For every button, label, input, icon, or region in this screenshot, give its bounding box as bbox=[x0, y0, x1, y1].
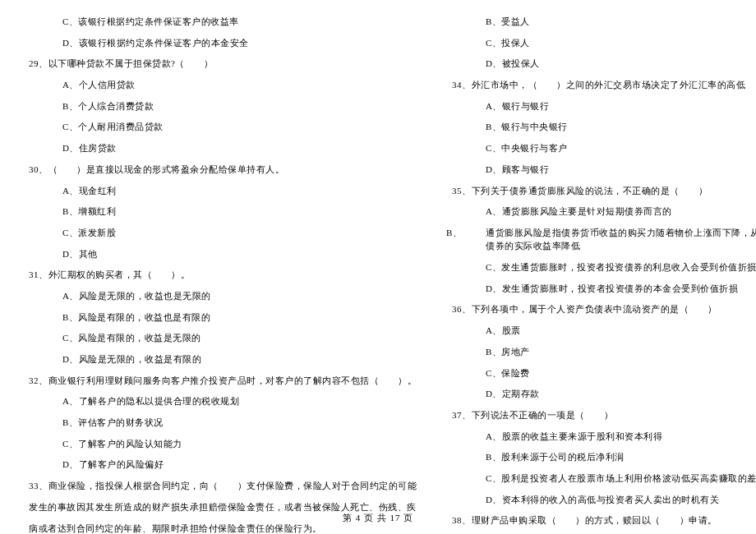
option-text: A、现金红利 bbox=[23, 184, 417, 198]
option-text: C、投保人 bbox=[446, 36, 756, 50]
option-text: D、其他 bbox=[23, 247, 417, 261]
option-text: C、该银行根据约定条件保证客户的收益率 bbox=[23, 15, 417, 29]
option-text: B、评估客户的财务状况 bbox=[23, 416, 417, 430]
option-text: C、派发新股 bbox=[23, 226, 417, 240]
option-text: B、个人综合消费贷款 bbox=[23, 99, 417, 113]
option-head: B、 bbox=[446, 226, 486, 240]
option-text: D、被投保人 bbox=[446, 57, 756, 71]
question-stem: 29、以下哪种贷款不属于担保贷款?（ ） bbox=[23, 57, 417, 71]
option-text: B、股利来源于公司的税后净利润 bbox=[446, 450, 756, 464]
option-text: C、个人耐用消费品贷款 bbox=[23, 120, 417, 134]
option-body: 通货膨胀风险是指债券货币收益的购买力随着物价上涨而下降，从而使债券的实际收益率降… bbox=[486, 228, 756, 251]
option-text: D、资本利得的收入的高低与投资者买人卖出的时机有关 bbox=[446, 493, 756, 507]
page-body: C、该银行根据约定条件保证客户的收益率 D、该银行根据约定条件保证客户的本金安全… bbox=[23, 15, 733, 499]
option-text: A、了解各户的隐私以提供合理的税收规划 bbox=[23, 394, 417, 408]
option-text: B、风险是有限的，收益也是有限的 bbox=[23, 311, 417, 325]
option-text: C、股利是投资者人在股票市场上利用价格波动低买高卖赚取的差价收入 bbox=[446, 472, 756, 486]
question-stem: 37、下列说法不正确的一项是（ ） bbox=[446, 408, 756, 422]
option-text: D、风险是无限的，收益是有限的 bbox=[23, 352, 417, 366]
option-text: C、发生通货膨胀时，投资者投资债券的利息收入会受到价值折损 bbox=[446, 260, 756, 274]
option-text: D、该银行根据约定条件保证客户的本金安全 bbox=[23, 36, 417, 50]
question-stem: 33、商业保险，指投保人根据合同约定，向（ ）支付保险费，保险人对于合同约定的可… bbox=[23, 479, 417, 493]
option-text: D、顾客与银行 bbox=[446, 163, 756, 177]
option-text: C、保险费 bbox=[446, 366, 756, 380]
question-stem: 34、外汇市场中，（ ）之间的外汇交易市场决定了外汇汇率的高低 bbox=[446, 78, 756, 92]
option-text: A、银行与银行 bbox=[446, 99, 756, 113]
left-column: C、该银行根据约定条件保证客户的收益率 D、该银行根据约定条件保证客户的本金安全… bbox=[23, 15, 417, 499]
option-text: A、通货膨胀风险主要是针对短期债券而言的 bbox=[446, 205, 756, 219]
option-text: B、通货膨胀风险是指债券货币收益的购买力随着物价上涨而下降，从而使债券的实际收益… bbox=[446, 226, 756, 253]
option-text: C、中央银行与客户 bbox=[446, 141, 756, 155]
option-text: B、房地产 bbox=[446, 345, 756, 359]
option-text: D、住房贷款 bbox=[23, 141, 417, 155]
option-text: C、风险是有限的，收益是无限的 bbox=[23, 331, 417, 345]
question-stem: 36、下列各项中，属于个人资产负债表中流动资产的是（ ） bbox=[446, 302, 756, 316]
option-text: A、个人信用贷款 bbox=[23, 78, 417, 92]
option-text: D、了解客户的风险偏好 bbox=[23, 458, 417, 472]
option-text: A、风险是无限的，收益也是无限的 bbox=[23, 289, 417, 303]
option-text: C、了解客户的风险认知能力 bbox=[23, 437, 417, 451]
option-text: D、发生通货膨胀时，投资者投资债券的本金会受到价值折损 bbox=[446, 282, 756, 296]
option-text: D、定期存款 bbox=[446, 387, 756, 401]
question-stem: 30、（ ）是直接以现金的形式将盈余分配给保单持有人。 bbox=[23, 163, 417, 177]
question-stem: 31、外汇期权的购买者，其（ ）。 bbox=[23, 268, 417, 282]
page-footer: 第 4 页 共 17 页 bbox=[0, 511, 756, 525]
option-text: B、银行与中央银行 bbox=[446, 120, 756, 134]
option-text: A、股票 bbox=[446, 324, 756, 338]
question-stem: 35、下列关于债券通货膨胀风险的说法，不正确的是（ ） bbox=[446, 184, 756, 198]
question-stem: 32、商业银行利用理财顾问服务向客户推介投资产品时，对客户的了解内容不包括（ ）… bbox=[23, 374, 417, 388]
right-column: B、受益人 C、投保人 D、被投保人 34、外汇市场中，（ ）之间的外汇交易市场… bbox=[446, 15, 756, 499]
option-text: B、增额红利 bbox=[23, 205, 417, 219]
option-text: B、受益人 bbox=[446, 15, 756, 29]
option-text: A、股票的收益主要来源于股利和资本利得 bbox=[446, 430, 756, 444]
